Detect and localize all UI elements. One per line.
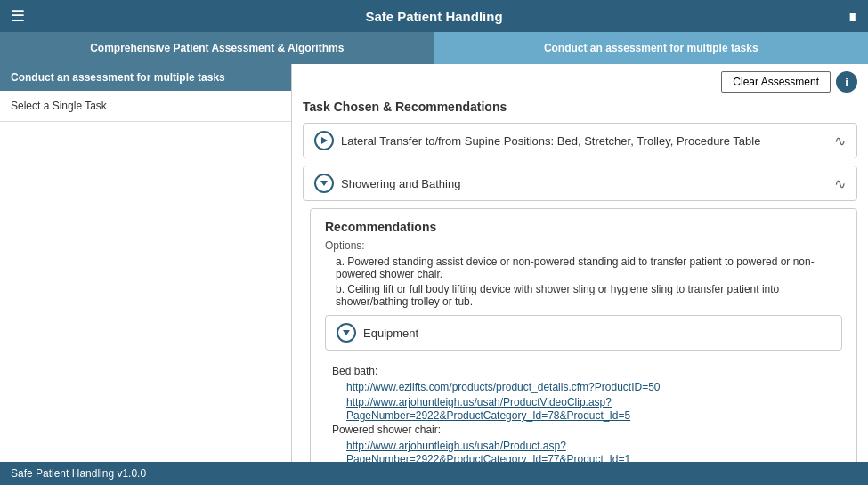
clear-assessment-button[interactable]: Clear Assessment bbox=[721, 71, 831, 93]
sidebar-header: Conduct an assessment for multiple tasks bbox=[0, 64, 291, 91]
task2-down-icon[interactable] bbox=[314, 174, 334, 193]
recommendations-title: Recommendations bbox=[325, 220, 842, 234]
section-title: Task Chosen & Recommendations bbox=[303, 100, 857, 114]
sidebar: Conduct an assessment for multiple tasks… bbox=[0, 64, 292, 462]
content-topbar: Clear Assessment i bbox=[303, 71, 857, 93]
task2-share-icon[interactable]: ∿ bbox=[834, 175, 846, 192]
footer-label: Safe Patient Handling v1.0.0 bbox=[11, 467, 146, 480]
grid-icon[interactable]: ∎ bbox=[848, 6, 857, 26]
equipment-label: Equipment bbox=[363, 327, 418, 340]
equip-section-shower-chair: Powered shower chair: bbox=[332, 424, 842, 436]
app-title: Safe Patient Handling bbox=[365, 9, 502, 24]
task-row-2-left: Showering and Bathing bbox=[314, 174, 460, 193]
equipment-row[interactable]: Equipment bbox=[325, 315, 842, 351]
rec-option-b: b. Ceiling lift or full body lifting dev… bbox=[325, 283, 842, 308]
rec-option-a: a. Powered standing assist device or non… bbox=[325, 255, 842, 280]
svg-marker-2 bbox=[343, 330, 350, 335]
equip-link-item-3: http://www.arjohuntleigh.us/usah/Product… bbox=[346, 439, 842, 462]
info-icon[interactable]: i bbox=[836, 71, 857, 93]
tab-comprehensive[interactable]: Comprehensive Patient Assessment & Algor… bbox=[0, 32, 434, 64]
rec-options-label: Options: bbox=[325, 239, 842, 252]
task1-play-icon[interactable] bbox=[314, 131, 334, 150]
top-header: ☰ Safe Patient Handling ∎ bbox=[0, 0, 868, 32]
recommendations-box: Recommendations Options: a. Powered stan… bbox=[310, 208, 857, 462]
equip-link-item-1: http://www.ezlifts.com/products/product_… bbox=[346, 380, 842, 393]
equip-link-2[interactable]: http://www.arjohuntleigh.us/usah/Product… bbox=[346, 396, 630, 422]
equipment-down-icon[interactable] bbox=[337, 323, 356, 343]
equip-link-1[interactable]: http://www.ezlifts.com/products/product_… bbox=[346, 381, 661, 393]
sidebar-item-select-task[interactable]: Select a Single Task bbox=[0, 91, 291, 122]
main-layout: Conduct an assessment for multiple tasks… bbox=[0, 64, 868, 462]
task-row-1[interactable]: Lateral Transfer to/from Supine Position… bbox=[303, 123, 857, 158]
tabs-row: Comprehensive Patient Assessment & Algor… bbox=[0, 32, 868, 64]
svg-marker-0 bbox=[321, 137, 328, 144]
footer: Safe Patient Handling v1.0.0 bbox=[0, 462, 868, 485]
task2-label: Showering and Bathing bbox=[341, 177, 460, 190]
equipment-details: Bed bath: http://www.ezlifts.com/product… bbox=[325, 358, 842, 462]
equip-link-item-2: http://www.arjohuntleigh.us/usah/Product… bbox=[346, 395, 842, 422]
task1-share-icon[interactable]: ∿ bbox=[834, 133, 846, 150]
equip-link-3[interactable]: http://www.arjohuntleigh.us/usah/Product… bbox=[346, 440, 630, 462]
task-row-1-left: Lateral Transfer to/from Supine Position… bbox=[314, 131, 760, 150]
tab-conduct-assessment[interactable]: Conduct an assessment for multiple tasks bbox=[434, 32, 869, 64]
task1-label: Lateral Transfer to/from Supine Position… bbox=[341, 134, 760, 148]
menu-icon[interactable]: ☰ bbox=[11, 6, 25, 26]
equip-section-bed-bath: Bed bath: bbox=[332, 365, 842, 377]
task-row-2[interactable]: Showering and Bathing ∿ bbox=[303, 166, 857, 201]
content-area: Clear Assessment i Task Chosen & Recomme… bbox=[292, 64, 868, 462]
svg-marker-1 bbox=[320, 181, 328, 186]
